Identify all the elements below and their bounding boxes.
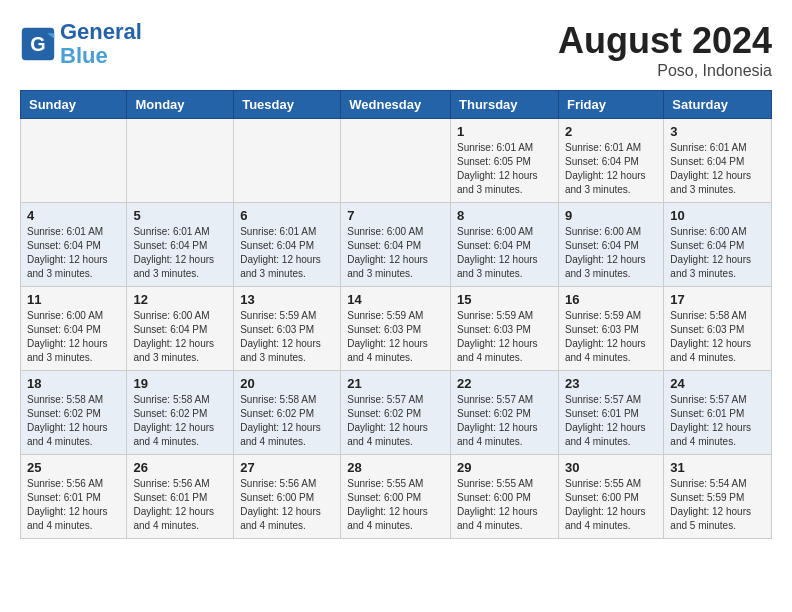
calendar-cell: 27Sunrise: 5:56 AM Sunset: 6:00 PM Dayli… <box>234 455 341 539</box>
day-info: Sunrise: 6:00 AM Sunset: 6:04 PM Dayligh… <box>457 225 552 281</box>
calendar-cell: 15Sunrise: 5:59 AM Sunset: 6:03 PM Dayli… <box>451 287 559 371</box>
calendar-cell: 16Sunrise: 5:59 AM Sunset: 6:03 PM Dayli… <box>558 287 663 371</box>
day-number: 29 <box>457 460 552 475</box>
day-info: Sunrise: 6:00 AM Sunset: 6:04 PM Dayligh… <box>347 225 444 281</box>
weekday-header-sunday: Sunday <box>21 91 127 119</box>
calendar-week-row: 11Sunrise: 6:00 AM Sunset: 6:04 PM Dayli… <box>21 287 772 371</box>
day-number: 26 <box>133 460 227 475</box>
day-number: 16 <box>565 292 657 307</box>
day-info: Sunrise: 6:01 AM Sunset: 6:04 PM Dayligh… <box>565 141 657 197</box>
calendar-cell <box>341 119 451 203</box>
calendar-cell: 4Sunrise: 6:01 AM Sunset: 6:04 PM Daylig… <box>21 203 127 287</box>
calendar-cell: 14Sunrise: 5:59 AM Sunset: 6:03 PM Dayli… <box>341 287 451 371</box>
day-number: 10 <box>670 208 765 223</box>
calendar-cell <box>234 119 341 203</box>
calendar-cell: 31Sunrise: 5:54 AM Sunset: 5:59 PM Dayli… <box>664 455 772 539</box>
day-number: 17 <box>670 292 765 307</box>
calendar-cell: 13Sunrise: 5:59 AM Sunset: 6:03 PM Dayli… <box>234 287 341 371</box>
calendar-cell: 30Sunrise: 5:55 AM Sunset: 6:00 PM Dayli… <box>558 455 663 539</box>
day-info: Sunrise: 5:59 AM Sunset: 6:03 PM Dayligh… <box>240 309 334 365</box>
day-info: Sunrise: 6:01 AM Sunset: 6:04 PM Dayligh… <box>240 225 334 281</box>
day-info: Sunrise: 5:58 AM Sunset: 6:02 PM Dayligh… <box>27 393 120 449</box>
day-info: Sunrise: 5:59 AM Sunset: 6:03 PM Dayligh… <box>347 309 444 365</box>
day-info: Sunrise: 5:55 AM Sunset: 6:00 PM Dayligh… <box>347 477 444 533</box>
logo-text: General Blue <box>60 20 142 68</box>
calendar-header-row: SundayMondayTuesdayWednesdayThursdayFrid… <box>21 91 772 119</box>
day-info: Sunrise: 5:59 AM Sunset: 6:03 PM Dayligh… <box>457 309 552 365</box>
calendar-cell <box>21 119 127 203</box>
calendar-cell: 24Sunrise: 5:57 AM Sunset: 6:01 PM Dayli… <box>664 371 772 455</box>
calendar-week-row: 4Sunrise: 6:01 AM Sunset: 6:04 PM Daylig… <box>21 203 772 287</box>
day-number: 15 <box>457 292 552 307</box>
calendar-cell: 3Sunrise: 6:01 AM Sunset: 6:04 PM Daylig… <box>664 119 772 203</box>
day-info: Sunrise: 5:56 AM Sunset: 6:01 PM Dayligh… <box>27 477 120 533</box>
day-number: 11 <box>27 292 120 307</box>
calendar-cell: 1Sunrise: 6:01 AM Sunset: 6:05 PM Daylig… <box>451 119 559 203</box>
calendar-cell: 11Sunrise: 6:00 AM Sunset: 6:04 PM Dayli… <box>21 287 127 371</box>
day-number: 20 <box>240 376 334 391</box>
day-number: 13 <box>240 292 334 307</box>
day-number: 12 <box>133 292 227 307</box>
day-info: Sunrise: 5:55 AM Sunset: 6:00 PM Dayligh… <box>457 477 552 533</box>
weekday-header-tuesday: Tuesday <box>234 91 341 119</box>
day-number: 8 <box>457 208 552 223</box>
calendar-cell: 28Sunrise: 5:55 AM Sunset: 6:00 PM Dayli… <box>341 455 451 539</box>
calendar-cell <box>127 119 234 203</box>
calendar-cell: 6Sunrise: 6:01 AM Sunset: 6:04 PM Daylig… <box>234 203 341 287</box>
day-info: Sunrise: 6:00 AM Sunset: 6:04 PM Dayligh… <box>133 309 227 365</box>
weekday-header-monday: Monday <box>127 91 234 119</box>
day-number: 2 <box>565 124 657 139</box>
logo-line2: Blue <box>60 43 108 68</box>
day-number: 14 <box>347 292 444 307</box>
calendar-cell: 26Sunrise: 5:56 AM Sunset: 6:01 PM Dayli… <box>127 455 234 539</box>
day-number: 25 <box>27 460 120 475</box>
day-info: Sunrise: 5:55 AM Sunset: 6:00 PM Dayligh… <box>565 477 657 533</box>
day-info: Sunrise: 6:00 AM Sunset: 6:04 PM Dayligh… <box>565 225 657 281</box>
svg-text:G: G <box>30 33 45 55</box>
day-info: Sunrise: 6:01 AM Sunset: 6:05 PM Dayligh… <box>457 141 552 197</box>
calendar-cell: 21Sunrise: 5:57 AM Sunset: 6:02 PM Dayli… <box>341 371 451 455</box>
calendar-week-row: 1Sunrise: 6:01 AM Sunset: 6:05 PM Daylig… <box>21 119 772 203</box>
day-info: Sunrise: 5:59 AM Sunset: 6:03 PM Dayligh… <box>565 309 657 365</box>
day-number: 19 <box>133 376 227 391</box>
calendar-cell: 18Sunrise: 5:58 AM Sunset: 6:02 PM Dayli… <box>21 371 127 455</box>
day-number: 6 <box>240 208 334 223</box>
weekday-header-friday: Friday <box>558 91 663 119</box>
day-number: 23 <box>565 376 657 391</box>
day-number: 3 <box>670 124 765 139</box>
day-number: 28 <box>347 460 444 475</box>
calendar-cell: 29Sunrise: 5:55 AM Sunset: 6:00 PM Dayli… <box>451 455 559 539</box>
calendar-cell: 23Sunrise: 5:57 AM Sunset: 6:01 PM Dayli… <box>558 371 663 455</box>
day-info: Sunrise: 5:56 AM Sunset: 6:01 PM Dayligh… <box>133 477 227 533</box>
day-number: 30 <box>565 460 657 475</box>
weekday-header-saturday: Saturday <box>664 91 772 119</box>
weekday-header-wednesday: Wednesday <box>341 91 451 119</box>
day-info: Sunrise: 5:57 AM Sunset: 6:02 PM Dayligh… <box>347 393 444 449</box>
day-number: 31 <box>670 460 765 475</box>
day-info: Sunrise: 5:56 AM Sunset: 6:00 PM Dayligh… <box>240 477 334 533</box>
calendar-cell: 8Sunrise: 6:00 AM Sunset: 6:04 PM Daylig… <box>451 203 559 287</box>
calendar-cell: 12Sunrise: 6:00 AM Sunset: 6:04 PM Dayli… <box>127 287 234 371</box>
calendar-week-row: 25Sunrise: 5:56 AM Sunset: 6:01 PM Dayli… <box>21 455 772 539</box>
day-info: Sunrise: 5:57 AM Sunset: 6:01 PM Dayligh… <box>565 393 657 449</box>
day-number: 27 <box>240 460 334 475</box>
day-info: Sunrise: 6:01 AM Sunset: 6:04 PM Dayligh… <box>27 225 120 281</box>
logo: G General Blue <box>20 20 142 68</box>
page-header: G General Blue August 2024 Poso, Indones… <box>20 20 772 80</box>
month-year: August 2024 <box>558 20 772 62</box>
calendar-cell: 10Sunrise: 6:00 AM Sunset: 6:04 PM Dayli… <box>664 203 772 287</box>
calendar-cell: 22Sunrise: 5:57 AM Sunset: 6:02 PM Dayli… <box>451 371 559 455</box>
calendar-cell: 2Sunrise: 6:01 AM Sunset: 6:04 PM Daylig… <box>558 119 663 203</box>
day-info: Sunrise: 5:58 AM Sunset: 6:03 PM Dayligh… <box>670 309 765 365</box>
calendar-table: SundayMondayTuesdayWednesdayThursdayFrid… <box>20 90 772 539</box>
logo-icon: G <box>20 26 56 62</box>
calendar-cell: 25Sunrise: 5:56 AM Sunset: 6:01 PM Dayli… <box>21 455 127 539</box>
weekday-header-thursday: Thursday <box>451 91 559 119</box>
location: Poso, Indonesia <box>558 62 772 80</box>
day-number: 21 <box>347 376 444 391</box>
day-info: Sunrise: 5:57 AM Sunset: 6:01 PM Dayligh… <box>670 393 765 449</box>
day-number: 24 <box>670 376 765 391</box>
calendar-cell: 19Sunrise: 5:58 AM Sunset: 6:02 PM Dayli… <box>127 371 234 455</box>
calendar-cell: 5Sunrise: 6:01 AM Sunset: 6:04 PM Daylig… <box>127 203 234 287</box>
day-info: Sunrise: 6:00 AM Sunset: 6:04 PM Dayligh… <box>27 309 120 365</box>
